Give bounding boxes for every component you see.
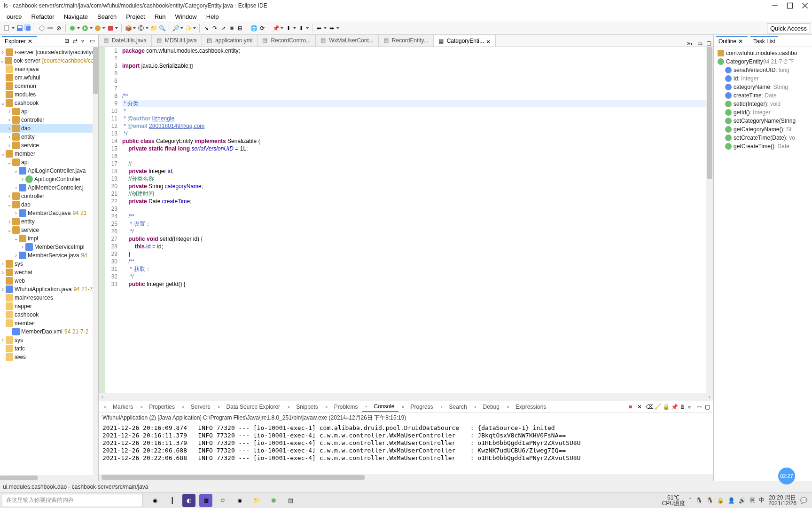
tree-item[interactable]: ›WfuhuiApplication.java94 21-7 xyxy=(0,285,98,294)
bottom-tab[interactable]: ▫Problems xyxy=(322,402,362,412)
menu-item[interactable]: Window xyxy=(172,12,201,21)
tree-item[interactable]: ›wechat xyxy=(0,268,98,277)
tree-item[interactable]: ›MemberServiceImpl xyxy=(0,243,98,251)
twistie-icon[interactable]: › xyxy=(7,133,12,141)
scrollbar-thumb[interactable] xyxy=(102,475,365,480)
code-line[interactable] xyxy=(122,55,706,62)
bottom-tab[interactable]: ▫Debug xyxy=(471,402,503,412)
minimize-icon[interactable]: ▭ xyxy=(90,38,96,44)
outline-item[interactable]: createTime : Date xyxy=(716,91,810,100)
dropdown-icon[interactable] xyxy=(77,24,80,32)
tree-item[interactable]: ⌄ook-server[course/cashbook/cash xyxy=(0,56,98,65)
editor-tab[interactable]: ▤application.yml xyxy=(202,35,258,47)
code-line[interactable]: } xyxy=(122,250,706,258)
outline-tab[interactable]: Outline ✕ xyxy=(716,36,748,46)
tree-item[interactable]: napper xyxy=(0,302,98,310)
search-icon[interactable]: 🔎 xyxy=(172,24,180,32)
terminal-icon[interactable]: ▤ xyxy=(284,494,297,507)
tree-item[interactable]: ›MemberService.java94 xyxy=(0,251,98,260)
tree-item[interactable]: modules xyxy=(0,90,98,99)
outline-item[interactable]: CategoryEntity 94 21-7-2 下 xyxy=(716,57,810,66)
console-menu-icon[interactable]: ▿ xyxy=(688,404,695,410)
scrollbar-thumb[interactable] xyxy=(707,47,712,179)
code-line[interactable]: */ xyxy=(122,273,706,280)
scrollbar[interactable] xyxy=(93,47,98,475)
twistie-icon[interactable]: › xyxy=(7,124,12,133)
tree-item[interactable]: common xyxy=(0,82,98,90)
tree-item[interactable]: main/java xyxy=(0,65,98,73)
code-line[interactable]: private static final long serialVersionU… xyxy=(122,145,706,152)
bottom-tab[interactable]: ▫Snippets xyxy=(284,402,322,412)
outline-item[interactable]: setId(Integer) : void xyxy=(716,100,810,108)
code-line[interactable]: */ xyxy=(122,130,706,137)
bottom-tab[interactable]: ▫Properties xyxy=(137,402,179,412)
outline-item[interactable]: getCreateTime() : Date xyxy=(716,142,810,151)
maximize-icon[interactable]: ▢ xyxy=(704,40,713,47)
tree-item[interactable]: cashbook xyxy=(0,310,98,319)
twistie-icon[interactable]: › xyxy=(7,116,12,124)
code-line[interactable]: package com.wfuhui.modules.cashbook.enti… xyxy=(122,47,706,55)
maximize-icon[interactable]: ▢ xyxy=(705,404,711,410)
console-output[interactable]: 2021-12-26 20:16:09.874 INFO 77320 --- [… xyxy=(99,423,713,474)
twistie-icon[interactable]: › xyxy=(0,48,6,56)
menu-item[interactable]: Project xyxy=(122,12,148,21)
code-line[interactable]: private String categoryName; xyxy=(122,183,706,190)
tree-item[interactable]: ›entity xyxy=(0,217,98,226)
bottom-tab[interactable]: ▫Expressions xyxy=(503,402,550,412)
tray-icon[interactable]: 🐧 xyxy=(706,497,713,504)
code-line[interactable]: public void setId(Integer id) { xyxy=(122,235,706,243)
editor-tab[interactable]: ▤RecordEntity... xyxy=(379,35,434,47)
dropdown-icon[interactable] xyxy=(324,24,327,32)
code-line[interactable] xyxy=(122,85,706,92)
view-menu-icon[interactable]: ▿ xyxy=(81,38,88,44)
tree-item[interactable]: ›service xyxy=(0,141,98,150)
menu-item[interactable]: ource xyxy=(3,12,26,21)
close-icon[interactable]: ✕ xyxy=(486,39,491,43)
ime-icon[interactable]: 英 xyxy=(750,496,755,504)
tree-item[interactable]: ›dao xyxy=(0,124,98,133)
bottom-tab[interactable]: ▫Data Source Explorer xyxy=(214,402,284,412)
new-folder-icon[interactable]: 📁 xyxy=(150,24,157,32)
maximize-icon[interactable] xyxy=(787,2,793,9)
tray-icon[interactable]: 👤 xyxy=(728,497,735,504)
display-icon[interactable]: 🖥 xyxy=(679,404,686,410)
outline-item[interactable]: id : Integer xyxy=(716,74,810,83)
dropdown-icon[interactable] xyxy=(180,24,184,32)
code-line[interactable]: * @author lizhengle xyxy=(122,115,706,122)
app-icon[interactable]: ┃ xyxy=(165,494,179,507)
skip-icon[interactable]: ⊘ xyxy=(55,24,62,32)
tree-item[interactable]: ›r-server [course/activity/activity/a xyxy=(0,48,98,56)
bottom-tab[interactable]: ▫Progress xyxy=(398,402,437,412)
tree-item[interactable]: ›ApiMemberController.j xyxy=(0,183,98,192)
back-icon[interactable]: ⬅ xyxy=(315,24,323,32)
tray-up-icon[interactable]: ˄ xyxy=(689,497,692,504)
twistie-icon[interactable]: ⌄ xyxy=(7,158,12,167)
new-package-icon[interactable]: 📦 xyxy=(125,24,132,32)
terminate-icon[interactable]: ◾ xyxy=(228,24,235,32)
outline-item[interactable]: getId() : Integer xyxy=(716,108,810,117)
tray-icon[interactable]: 🐧 xyxy=(695,497,703,504)
dropdown-icon[interactable] xyxy=(281,24,284,32)
save-all-icon[interactable] xyxy=(24,24,32,32)
outline-item[interactable]: categoryName : String xyxy=(716,83,810,91)
tree-item[interactable]: ⌄impl xyxy=(0,234,98,243)
scrollbar-horizontal[interactable] xyxy=(99,474,713,481)
editor-tab[interactable]: ▤CategoryEnti...✕ xyxy=(434,35,496,47)
volume-icon[interactable]: 🔊 xyxy=(739,497,746,504)
twistie-icon[interactable]: › xyxy=(13,209,19,217)
wand-icon[interactable]: ✨ xyxy=(185,24,192,32)
dropdown-icon[interactable] xyxy=(306,24,309,32)
code-line[interactable]: public class CategoryEntity implements S… xyxy=(122,137,706,145)
link-editor-icon[interactable]: ⇄ xyxy=(73,38,79,44)
tree-item[interactable]: ›ApiLoginController xyxy=(0,175,98,183)
code-line[interactable] xyxy=(122,77,706,85)
notifications-icon[interactable]: 💬 xyxy=(800,497,807,504)
twistie-icon[interactable]: › xyxy=(0,285,6,294)
remove-icon[interactable]: ✕ xyxy=(637,404,644,410)
eclipse-icon[interactable]: ◐ xyxy=(182,494,195,507)
pin-icon[interactable]: 📌 xyxy=(671,404,678,410)
scroll-right-icon[interactable]: › xyxy=(706,394,713,400)
minimize-icon[interactable] xyxy=(772,2,778,9)
code-line[interactable]: * 获取： xyxy=(122,265,706,273)
code-line[interactable]: import java.io.Serializable;▯ xyxy=(122,62,706,70)
